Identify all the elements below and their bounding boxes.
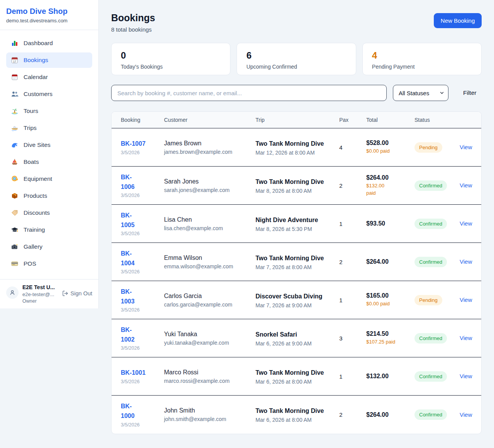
- trip-name: Two Tank Morning Dive: [255, 368, 331, 377]
- pax-count: 4: [339, 144, 366, 151]
- table-header-row: BookingCustomerTripPaxTotalStatus: [112, 112, 481, 128]
- status-badge: Pending: [414, 142, 442, 153]
- svg-text:17: 17: [13, 60, 16, 63]
- speedboat-icon: [11, 124, 19, 132]
- shop-name: Demo Dive Shop: [6, 7, 92, 16]
- sidebar-item-products[interactable]: Products: [6, 188, 92, 204]
- avatar: [6, 286, 19, 299]
- column-header-status: Status: [414, 117, 460, 123]
- booking-number-link[interactable]: BK- 1003: [121, 287, 164, 307]
- sidebar-item-label: Dashboard: [24, 40, 53, 47]
- booking-row: BK- 10053/5/2026Lisa Chenlisa.chen@examp…: [112, 205, 481, 243]
- bookings-page: Demo Dive Shop demo.test.divestreams.com…: [0, 0, 494, 448]
- booking-date: 3/5/2026: [121, 379, 164, 384]
- camera-icon: [11, 243, 19, 251]
- trip-time: Mar 6, 2026 at 8:00 AM: [255, 417, 331, 423]
- sidebar-item-boats[interactable]: Boats: [6, 154, 92, 170]
- column-header-total: Total: [366, 117, 414, 123]
- view-link[interactable]: View: [460, 182, 472, 189]
- user-email: e2e-tester@...: [22, 291, 58, 297]
- customer-name: Marco Rossi: [164, 369, 255, 376]
- booking-row: BK- 10023/5/2026Yuki Tanakayuki.tanaka@e…: [112, 319, 481, 357]
- booking-number-link[interactable]: BK-1007: [121, 139, 164, 149]
- trip-time: Mar 6, 2026 at 9:00 AM: [255, 340, 331, 347]
- sidebar-header: Demo Dive Shop demo.test.divestreams.com: [0, 0, 98, 30]
- booking-number-link[interactable]: BK-1001: [121, 368, 164, 378]
- status-select[interactable]: All Statuses: [393, 85, 448, 101]
- view-link[interactable]: View: [460, 335, 472, 341]
- sidebar-item-training[interactable]: Training: [6, 222, 92, 237]
- booking-date: 3/5/2026: [121, 269, 164, 275]
- new-booking-button[interactable]: New Booking: [434, 13, 482, 28]
- search-input[interactable]: [111, 85, 387, 101]
- booking-row: BK-10013/5/2026Marco Rossimarco.rossi@ex…: [112, 357, 481, 396]
- sidebar-item-dashboard[interactable]: Dashboard: [6, 35, 92, 51]
- customer-name: Carlos Garcia: [164, 293, 255, 300]
- sidebar-item-bookings[interactable]: 17Bookings: [6, 52, 92, 68]
- view-link[interactable]: View: [460, 144, 472, 150]
- page-title: Bookings: [111, 12, 155, 24]
- sailboat-icon: [11, 158, 19, 166]
- sidebar-item-label: POS: [24, 260, 36, 267]
- shop-domain: demo.test.divestreams.com: [6, 18, 92, 24]
- sign-out-button[interactable]: Sign Out: [62, 290, 92, 296]
- sidebar-item-customers[interactable]: Customers: [6, 86, 92, 102]
- total-amount: $165.00: [366, 292, 414, 299]
- view-link[interactable]: View: [460, 258, 472, 265]
- sidebar-item-label: Discounts: [24, 209, 50, 216]
- filter-button[interactable]: Filter: [461, 89, 479, 97]
- sign-out-icon: [62, 290, 68, 296]
- booking-number-link[interactable]: BK- 1002: [121, 325, 164, 345]
- total-amount: $264.00: [366, 411, 414, 418]
- view-link[interactable]: View: [460, 411, 472, 418]
- booking-number-link[interactable]: BK- 1004: [121, 249, 164, 268]
- sidebar-user-panel: E2E Test U... e2e-tester@... Owner Sign …: [0, 279, 98, 308]
- stat-card-upcoming-confirmed: 6Upcoming Confirmed: [237, 43, 356, 75]
- status-badge: Pending: [414, 295, 442, 305]
- user-role: Owner: [22, 298, 58, 304]
- sidebar-item-equipment[interactable]: Equipment: [6, 171, 92, 187]
- booking-date: 3/5/2026: [121, 193, 164, 198]
- diving-mask-icon: [11, 175, 19, 183]
- customer-email: sarah.jones@example.com: [164, 187, 255, 193]
- sidebar-item-trips[interactable]: Trips: [6, 120, 92, 136]
- sidebar: Demo Dive Shop demo.test.divestreams.com…: [0, 0, 99, 308]
- stat-value: 4: [372, 50, 472, 61]
- booking-date: 3/5/2026: [121, 345, 164, 351]
- view-link[interactable]: View: [460, 373, 472, 379]
- sidebar-nav: Dashboard17BookingsCalendarCustomersTour…: [0, 30, 98, 279]
- column-header-trip: Trip: [255, 117, 339, 123]
- sidebar-item-dive-sites[interactable]: Dive Sites: [6, 137, 92, 153]
- column-header-customer: Customer: [164, 117, 255, 123]
- sidebar-item-label: Tours: [24, 108, 38, 115]
- booking-number-link[interactable]: BK- 1005: [121, 211, 164, 230]
- sidebar-item-tours[interactable]: Tours: [6, 103, 92, 119]
- pax-count: 2: [339, 411, 366, 418]
- trip-time: Mar 8, 2026 at 5:30 PM: [255, 226, 331, 232]
- bar-chart-icon: [11, 39, 19, 47]
- user-meta: E2E Test U... e2e-tester@... Owner: [22, 284, 58, 304]
- booking-date: 3/5/2026: [121, 231, 164, 236]
- customer-name: Emma Wilson: [164, 254, 255, 261]
- booking-row: BK- 10033/5/2026Carlos Garciacarlos.garc…: [112, 281, 481, 319]
- view-link[interactable]: View: [460, 296, 472, 303]
- sidebar-item-discounts[interactable]: Discounts: [6, 205, 92, 221]
- sidebar-item-gallery[interactable]: Gallery: [6, 239, 92, 254]
- customer-name: James Brown: [164, 140, 255, 147]
- user-name: E2E Test U...: [22, 284, 58, 290]
- view-link[interactable]: View: [460, 220, 472, 227]
- sidebar-item-label: Customers: [24, 91, 52, 98]
- trip-time: Mar 12, 2026 at 8:00 AM: [255, 150, 331, 156]
- customer-email: lisa.chen@example.com: [164, 225, 255, 231]
- column-header-pax: Pax: [339, 117, 366, 123]
- customer-email: emma.wilson@example.com: [164, 263, 255, 269]
- bookings-table: BookingCustomerTripPaxTotalStatus BK-100…: [111, 111, 482, 434]
- paid-amount: $0.00 paid: [366, 148, 414, 155]
- booking-number-link[interactable]: BK- 1000: [121, 402, 164, 421]
- sidebar-item-calendar[interactable]: Calendar: [6, 69, 92, 85]
- sidebar-item-pos[interactable]: POS: [6, 256, 92, 271]
- trip-time: Mar 7, 2026 at 9:00 AM: [255, 302, 331, 308]
- booking-number-link[interactable]: BK- 1006: [121, 173, 164, 192]
- customer-name: Yuki Tanaka: [164, 331, 255, 338]
- pax-count: 3: [339, 335, 366, 342]
